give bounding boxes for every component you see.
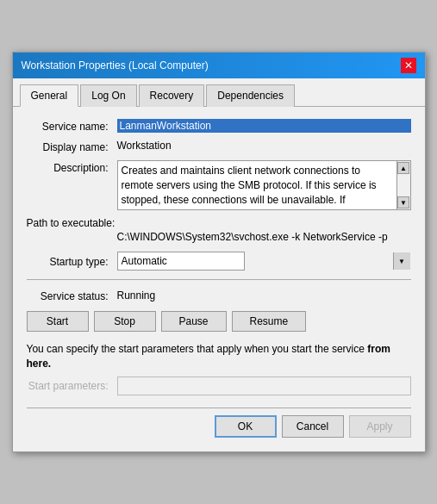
path-label: Path to executable: bbox=[27, 217, 411, 229]
description-label: Description: bbox=[27, 160, 117, 174]
description-scrollbar: ▲ ▼ bbox=[396, 161, 410, 209]
apply-button[interactable]: Apply bbox=[349, 415, 411, 438]
start-params-section: You can specify the start parameters tha… bbox=[27, 342, 411, 395]
description-box[interactable]: Creates and maintains client network con… bbox=[117, 160, 411, 210]
start-params-info: You can specify the start parameters tha… bbox=[27, 342, 411, 371]
scroll-up-arrow[interactable]: ▲ bbox=[397, 162, 409, 174]
window: Workstation Properties (Local Computer) … bbox=[12, 52, 426, 452]
display-name-row: Display name: Workstation bbox=[27, 140, 411, 153]
tab-dependencies[interactable]: Dependencies bbox=[206, 84, 295, 107]
start-params-info-text: You can specify the start parameters tha… bbox=[27, 343, 365, 355]
bottom-buttons: OK Cancel Apply bbox=[27, 408, 411, 443]
stop-button[interactable]: Stop bbox=[94, 311, 156, 332]
start-params-label: Start parameters: bbox=[27, 380, 117, 392]
description-row: Description: Creates and maintains clien… bbox=[27, 160, 411, 210]
display-name-label: Display name: bbox=[27, 140, 117, 153]
close-button[interactable]: ✕ bbox=[401, 58, 416, 73]
action-buttons-row: Start Stop Pause Resume bbox=[27, 311, 411, 332]
resume-button[interactable]: Resume bbox=[232, 311, 307, 332]
tab-content: Service name: LanmanWorkstation Display … bbox=[13, 107, 425, 451]
select-arrow-icon: ▼ bbox=[393, 252, 410, 270]
service-name-row: Service name: LanmanWorkstation bbox=[27, 119, 411, 133]
service-status-label: Service status: bbox=[27, 289, 117, 302]
title-bar: Workstation Properties (Local Computer) … bbox=[13, 53, 425, 78]
tab-general[interactable]: General bbox=[20, 84, 79, 107]
startup-type-label: Startup type: bbox=[27, 254, 117, 268]
service-name-label: Service name: bbox=[27, 119, 117, 133]
description-text: Creates and maintains client network con… bbox=[122, 164, 407, 207]
startup-select-wrapper: Automatic Automatic (Delayed Start) Manu… bbox=[117, 252, 411, 271]
service-name-value: LanmanWorkstation bbox=[117, 119, 411, 133]
service-status-row: Service status: Running bbox=[27, 289, 411, 302]
cancel-button[interactable]: Cancel bbox=[282, 415, 344, 438]
tab-recovery[interactable]: Recovery bbox=[139, 84, 205, 107]
startup-type-row: Startup type: Automatic Automatic (Delay… bbox=[27, 252, 411, 271]
tab-bar: General Log On Recovery Dependencies bbox=[13, 78, 425, 107]
pause-button[interactable]: Pause bbox=[161, 311, 227, 332]
service-status-value: Running bbox=[117, 289, 411, 302]
scroll-down-arrow[interactable]: ▼ bbox=[397, 196, 409, 208]
start-params-row: Start parameters: bbox=[27, 376, 411, 395]
start-params-input[interactable] bbox=[117, 376, 411, 395]
display-name-value: Workstation bbox=[117, 140, 411, 152]
path-section: Path to executable: C:\WINDOWS\System32\… bbox=[27, 217, 411, 243]
ok-button[interactable]: OK bbox=[215, 415, 277, 438]
divider-1 bbox=[27, 279, 411, 280]
startup-type-select[interactable]: Automatic Automatic (Delayed Start) Manu… bbox=[117, 252, 245, 271]
path-value: C:\WINDOWS\System32\svchost.exe -k Netwo… bbox=[27, 231, 411, 243]
start-button[interactable]: Start bbox=[27, 311, 89, 332]
tab-logon[interactable]: Log On bbox=[80, 84, 136, 107]
window-title: Workstation Properties (Local Computer) bbox=[22, 59, 209, 72]
